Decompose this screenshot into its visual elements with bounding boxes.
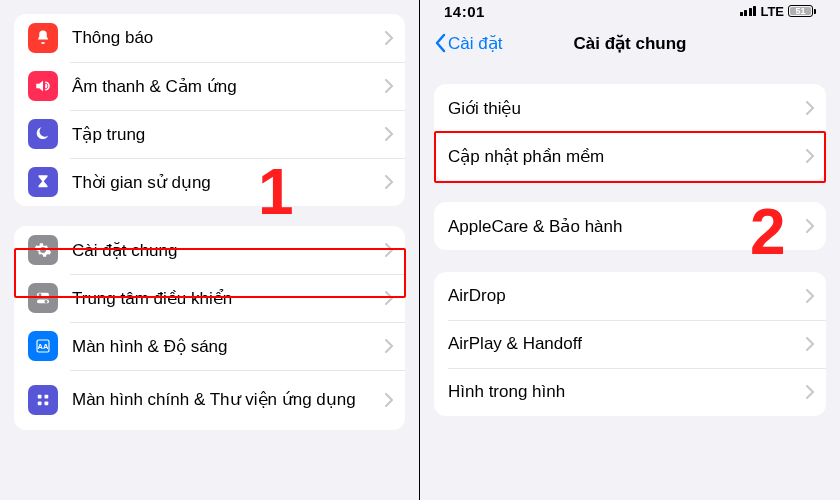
chevron-right-icon [806, 219, 814, 233]
general-settings-pane: 14:01 LTE 51 Cài đặt Cài đặt chung Giới … [420, 0, 840, 500]
chevron-right-icon [385, 127, 393, 141]
status-indicators: LTE 51 [740, 4, 816, 19]
chevron-right-icon [806, 385, 814, 399]
battery-icon: 51 [788, 5, 816, 17]
row-sounds[interactable]: Âm thanh & Cảm ứng [14, 62, 405, 110]
chevron-right-icon [806, 289, 814, 303]
gear-icon [28, 235, 58, 265]
chevron-right-icon [385, 243, 393, 257]
signal-icon [740, 6, 757, 16]
row-label: Giới thiệu [448, 98, 806, 119]
row-label: Trung tâm điều khiển [72, 288, 385, 309]
svg-rect-7 [45, 395, 49, 399]
chevron-right-icon [385, 291, 393, 305]
row-airplay[interactable]: AirPlay & Handoff [434, 320, 826, 368]
row-label: AppleCare & Bảo hành [448, 216, 806, 237]
grid-icon [28, 385, 58, 415]
row-label: Âm thanh & Cảm ứng [72, 76, 385, 97]
settings-group-notifications: Thông báo Âm thanh & Cảm ứng Tập trung T… [14, 14, 405, 206]
chevron-right-icon [385, 393, 393, 407]
back-label: Cài đặt [448, 33, 502, 54]
chevron-right-icon [806, 149, 814, 163]
svg-rect-9 [45, 402, 49, 406]
row-label: Thông báo [72, 28, 385, 48]
row-label: Màn hình & Độ sáng [72, 336, 385, 357]
general-group-about: Giới thiệu Cập nhật phần mềm [434, 84, 826, 180]
row-label: AirDrop [448, 286, 806, 306]
row-home-screen[interactable]: Màn hình chính & Thư viện ứng dụng [14, 370, 405, 430]
chevron-right-icon [806, 337, 814, 351]
row-general[interactable]: Cài đặt chung [14, 226, 405, 274]
bell-icon [28, 23, 58, 53]
hourglass-icon [28, 167, 58, 197]
status-bar: 14:01 LTE 51 [434, 0, 826, 20]
chevron-right-icon [385, 31, 393, 45]
row-notifications[interactable]: Thông báo [14, 14, 405, 62]
row-software-update[interactable]: Cập nhật phần mềm [434, 132, 826, 180]
row-label: Cập nhật phần mềm [448, 146, 806, 167]
svg-rect-6 [38, 395, 42, 399]
row-pip[interactable]: Hình trong hình [434, 368, 826, 416]
nav-header: Cài đặt Cài đặt chung [434, 20, 826, 66]
settings-list-pane: Thông báo Âm thanh & Cảm ứng Tập trung T… [0, 0, 420, 500]
row-label: AirPlay & Handoff [448, 334, 806, 354]
row-airdrop[interactable]: AirDrop [434, 272, 826, 320]
status-time: 14:01 [444, 3, 485, 20]
chevron-right-icon [385, 79, 393, 93]
svg-rect-8 [38, 402, 42, 406]
row-screentime[interactable]: Thời gian sử dụng [14, 158, 405, 206]
chevron-right-icon [385, 175, 393, 189]
svg-point-2 [39, 293, 42, 296]
row-control-center[interactable]: Trung tâm điều khiển [14, 274, 405, 322]
back-button[interactable]: Cài đặt [434, 33, 502, 54]
row-label: Thời gian sử dụng [72, 172, 385, 193]
general-group-airdrop: AirDrop AirPlay & Handoff Hình trong hìn… [434, 272, 826, 416]
row-focus[interactable]: Tập trung [14, 110, 405, 158]
switches-icon [28, 283, 58, 313]
speaker-icon [28, 71, 58, 101]
general-group-applecare: AppleCare & Bảo hành [434, 202, 826, 250]
row-about[interactable]: Giới thiệu [434, 84, 826, 132]
row-applecare[interactable]: AppleCare & Bảo hành [434, 202, 826, 250]
chevron-right-icon [385, 339, 393, 353]
network-label: LTE [760, 4, 784, 19]
svg-point-3 [45, 300, 48, 303]
row-label: Tập trung [72, 124, 385, 145]
brightness-icon: AA [28, 331, 58, 361]
row-display-brightness[interactable]: AA Màn hình & Độ sáng [14, 322, 405, 370]
moon-icon [28, 119, 58, 149]
row-label: Hình trong hình [448, 382, 806, 402]
page-title: Cài đặt chung [574, 33, 687, 54]
row-label: Cài đặt chung [72, 240, 385, 261]
chevron-right-icon [806, 101, 814, 115]
settings-group-general: Cài đặt chung Trung tâm điều khiển AA Mà… [14, 226, 405, 430]
svg-text:AA: AA [38, 342, 49, 351]
row-label: Màn hình chính & Thư viện ứng dụng [72, 389, 385, 411]
